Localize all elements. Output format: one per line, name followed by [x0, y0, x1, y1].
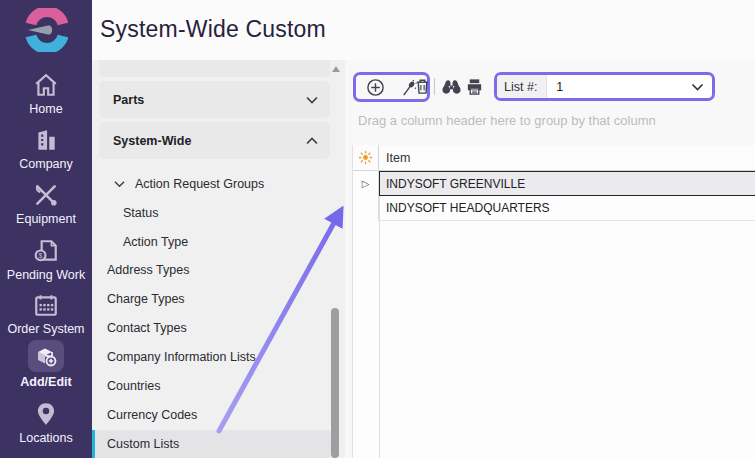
- tree-item-label: Charge Types: [107, 292, 185, 306]
- sidebar-item-label: Home: [0, 102, 92, 116]
- add-edit-icon-background: [28, 340, 64, 372]
- tree-item-label: Countries: [107, 379, 161, 393]
- selected-item-accent-bar: [92, 430, 95, 458]
- grid-indicator-header: [353, 145, 379, 170]
- order-system-icon: [33, 292, 59, 318]
- tree-item-label: Contact Types: [107, 321, 187, 335]
- sidebar-item-label: Locations: [0, 431, 92, 445]
- row-indicator-cell: [353, 196, 379, 221]
- list-number-value[interactable]: 1: [547, 75, 691, 98]
- add-edit-icon: [34, 344, 58, 368]
- group-by-hint: Drag a column header here to group by th…: [358, 113, 656, 128]
- content-area: List #: 1 Drag a column header here to g…: [345, 60, 755, 458]
- tree-item-countries[interactable]: Countries: [92, 372, 331, 400]
- svg-text:$: $: [39, 252, 43, 259]
- list-number-label: List #:: [497, 75, 547, 98]
- tree-item-label: Company Information Lists: [107, 350, 256, 364]
- nav-panel: Parts System-Wide Action Request Groups …: [92, 60, 345, 458]
- tree-item-label: Status: [123, 206, 158, 220]
- find-icon[interactable]: [441, 77, 462, 96]
- sidebar-item-label: Equipment: [0, 212, 92, 226]
- tree-item-currency-codes[interactable]: Currency Codes: [92, 401, 331, 429]
- sidebar-item-company[interactable]: Company: [0, 127, 92, 171]
- company-icon: [33, 127, 59, 153]
- tree-item-charge-types[interactable]: Charge Types: [92, 285, 331, 313]
- tree-item-company-information-lists[interactable]: Company Information Lists: [92, 343, 331, 371]
- page-title: System-Wide Custom: [100, 16, 326, 43]
- row-item-cell[interactable]: INDYSOFT HEADQUARTERS: [379, 196, 755, 221]
- list-number-combobox[interactable]: List #: 1: [494, 72, 715, 101]
- sidebar-item-label: Add/Edit: [0, 375, 92, 389]
- section-label: Parts: [113, 93, 306, 107]
- sidebar-item-locations[interactable]: Locations: [0, 401, 92, 445]
- sidebar-item-pending-work[interactable]: $ Pending Work: [0, 238, 92, 282]
- chevron-down-icon: [114, 180, 125, 188]
- tree-item-label: Action Request Groups: [135, 177, 264, 191]
- home-icon: [33, 72, 59, 98]
- sidebar-item-label: Order System: [0, 322, 92, 336]
- chevron-down-icon[interactable]: [691, 83, 704, 91]
- section-label: System-Wide: [113, 134, 306, 148]
- tree-item-status[interactable]: Status: [92, 199, 331, 227]
- sidebar-item-label: Company: [0, 157, 92, 171]
- chevron-down-icon: [306, 96, 318, 104]
- sidebar-item-equipment[interactable]: Equipment: [0, 182, 92, 226]
- sidebar-item-order-system[interactable]: Order System: [0, 292, 92, 336]
- accordion-section-system-wide[interactable]: System-Wide: [99, 122, 330, 159]
- accordion-section-partial[interactable]: [99, 60, 330, 77]
- tree-item-label: Address Types: [107, 263, 189, 277]
- chevron-up-icon: [306, 137, 318, 145]
- tree-item-action-request-groups[interactable]: Action Request Groups: [92, 170, 331, 198]
- row-expander-icon[interactable]: ▷: [353, 171, 379, 196]
- data-grid: Item ▷ INDYSOFT GREENVILLE INDYSOFT HEAD…: [352, 145, 755, 458]
- pending-work-icon: $: [33, 238, 59, 264]
- locations-icon: [33, 401, 59, 427]
- equipment-icon: [33, 182, 59, 208]
- panel-scroll-up-icon[interactable]: [332, 66, 340, 72]
- indysoft-logo-icon: [24, 8, 68, 52]
- sidebar: Home Company Equipment $ Pending Work Or…: [0, 0, 92, 458]
- tree-item-action-type[interactable]: Action Type: [92, 228, 331, 256]
- accordion-section-parts[interactable]: Parts: [99, 81, 330, 118]
- sidebar-item-label: Pending Work: [0, 268, 92, 282]
- sidebar-item-add-edit[interactable]: Add/Edit: [0, 340, 92, 389]
- tree-item-custom-lists[interactable]: Custom Lists: [92, 430, 331, 458]
- add-icon[interactable]: [366, 78, 385, 97]
- tree-item-contact-types[interactable]: Contact Types: [92, 314, 331, 342]
- tree-item-address-types[interactable]: Address Types: [92, 256, 331, 284]
- grid-header-row: Item: [353, 145, 755, 171]
- sun-indicator-icon: [358, 150, 373, 165]
- table-row[interactable]: ▷ INDYSOFT GREENVILLE: [353, 171, 755, 196]
- table-row[interactable]: INDYSOFT HEADQUARTERS: [353, 196, 755, 221]
- row-item-cell[interactable]: INDYSOFT GREENVILLE: [379, 171, 755, 196]
- panel-scrollbar-thumb[interactable]: [331, 308, 339, 458]
- toolbar-divider: [434, 78, 435, 95]
- delete-icon[interactable]: [413, 77, 432, 96]
- tree-item-label: Custom Lists: [107, 437, 179, 451]
- tree-item-label: Currency Codes: [107, 408, 197, 422]
- column-header-item[interactable]: Item: [379, 145, 755, 170]
- tree-item-label: Action Type: [123, 235, 188, 249]
- print-icon[interactable]: [465, 77, 484, 96]
- sidebar-item-home[interactable]: Home: [0, 72, 92, 116]
